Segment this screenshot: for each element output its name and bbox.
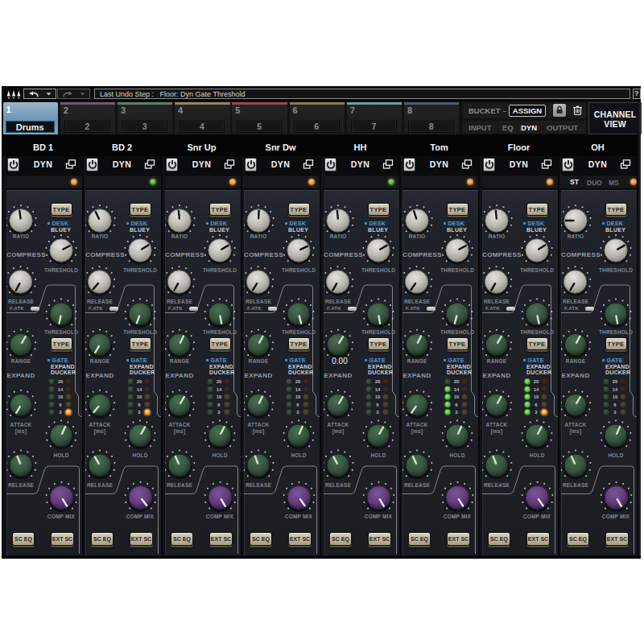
svg-text:6: 6 (138, 402, 141, 407)
svg-text:3: 3 (455, 410, 458, 415)
svg-text:14: 14 (454, 387, 460, 392)
svg-text:20: 20 (454, 379, 460, 384)
svg-text:10: 10 (375, 394, 381, 399)
svg-text:10: 10 (58, 394, 64, 399)
svg-text:3: 3 (535, 410, 538, 415)
svg-text:20: 20 (137, 379, 142, 384)
svg-text:20: 20 (375, 379, 381, 384)
svg-text:10: 10 (534, 394, 539, 399)
svg-text:6: 6 (455, 402, 458, 407)
svg-text:14: 14 (295, 387, 301, 392)
svg-text:14: 14 (534, 387, 539, 392)
svg-text:20: 20 (58, 379, 64, 384)
svg-text:3: 3 (217, 410, 221, 415)
svg-text:14: 14 (613, 387, 618, 392)
svg-text:20: 20 (534, 379, 539, 384)
svg-text:3: 3 (613, 410, 617, 415)
svg-text:6: 6 (376, 402, 379, 407)
svg-text:14: 14 (58, 387, 64, 392)
svg-text:3: 3 (376, 410, 379, 415)
svg-text:3: 3 (138, 410, 141, 415)
svg-text:14: 14 (137, 387, 142, 392)
svg-text:6: 6 (535, 402, 538, 407)
svg-text:14: 14 (375, 387, 381, 392)
svg-text:20: 20 (613, 379, 618, 384)
svg-text:3: 3 (59, 410, 62, 415)
svg-text:3: 3 (296, 410, 299, 415)
svg-text:20: 20 (217, 379, 222, 384)
svg-text:10: 10 (217, 394, 222, 399)
svg-text:10: 10 (137, 394, 142, 399)
svg-text:10: 10 (613, 394, 618, 399)
svg-text:10: 10 (295, 394, 301, 399)
svg-text:6: 6 (613, 402, 617, 407)
svg-text:6: 6 (296, 402, 299, 407)
svg-text:6: 6 (59, 402, 62, 407)
svg-text:6: 6 (217, 402, 221, 407)
svg-text:10: 10 (454, 394, 460, 399)
svg-text:20: 20 (295, 379, 301, 384)
svg-text:14: 14 (217, 387, 222, 392)
